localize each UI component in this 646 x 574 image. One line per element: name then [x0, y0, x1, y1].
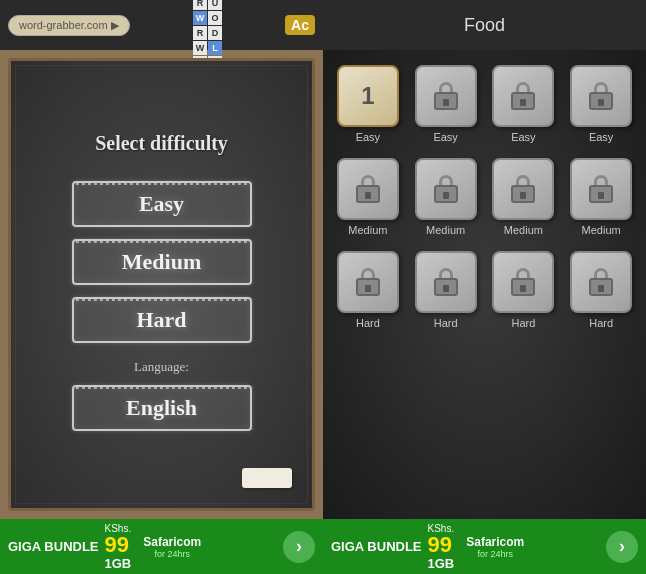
chalkboard: Select difficulty Easy Medium Hard Langu…: [8, 58, 315, 511]
level-box-m1: [337, 158, 399, 220]
lock-icon: [589, 82, 613, 110]
word-grabber-logo[interactable]: word-grabber.com ▶: [8, 15, 130, 36]
lock-icon: [434, 82, 458, 110]
level-4-hard[interactable]: Hard: [570, 251, 632, 329]
language-button[interactable]: English: [72, 385, 252, 431]
hard-row: Hard Hard Hard: [333, 251, 636, 329]
level-4-medium[interactable]: Medium: [570, 158, 632, 236]
lock-icon: [511, 268, 535, 296]
easy-row: 1 Easy Easy: [333, 65, 636, 143]
ad-subtext-left: for 24hrs: [155, 549, 191, 559]
level-box-h1: [337, 251, 399, 313]
level-box-3: [492, 65, 554, 127]
ad-giga-right: GIGA BUNDLE KShs. 99 1GB Safaricom for 2…: [331, 523, 596, 571]
level-grid: 1 Easy Easy: [323, 50, 646, 519]
ac-badge: Ac: [285, 15, 315, 35]
lock-icon: [511, 82, 535, 110]
medium-button[interactable]: Medium: [72, 239, 252, 285]
lock-icon: [356, 175, 380, 203]
language-label: Language:: [134, 359, 189, 375]
chalk-eraser: [242, 468, 292, 488]
ad-giga-left: GIGA BUNDLE KShs. 99 1GB Safaricom for 2…: [8, 523, 273, 571]
hard-button[interactable]: Hard: [72, 297, 252, 343]
right-ad[interactable]: GIGA BUNDLE KShs. 99 1GB Safaricom for 2…: [323, 519, 646, 574]
level-box-m2: [415, 158, 477, 220]
level-1-easy[interactable]: 1 Easy: [337, 65, 399, 143]
food-title: Food: [464, 15, 505, 36]
level-3-easy[interactable]: Easy: [492, 65, 554, 143]
level-3-medium[interactable]: Medium: [492, 158, 554, 236]
level-3-hard[interactable]: Hard: [492, 251, 554, 329]
left-ad[interactable]: GIGA BUNDLE KShs. 99 1GB Safaricom for 2…: [0, 519, 323, 574]
level-box-h2: [415, 251, 477, 313]
level-box-4: [570, 65, 632, 127]
level-2-hard[interactable]: Hard: [415, 251, 477, 329]
ad-price-left: KShs. 99 1GB: [105, 523, 132, 571]
level-box-m3: [492, 158, 554, 220]
level-box-1: 1: [337, 65, 399, 127]
level-box-m4: [570, 158, 632, 220]
level-4-easy[interactable]: Easy: [570, 65, 632, 143]
ad-giga-label: GIGA BUNDLE: [8, 539, 99, 555]
lock-icon: [589, 175, 613, 203]
ad-arrow-right[interactable]: ›: [606, 531, 638, 563]
right-panel: Food 1 Easy Easy: [323, 0, 646, 574]
easy-button[interactable]: Easy: [72, 181, 252, 227]
level-2-easy[interactable]: Easy: [415, 65, 477, 143]
ad-safaricom-left: Safaricom: [143, 535, 201, 549]
medium-row: Medium Medium Medium: [333, 158, 636, 236]
difficulty-title: Select difficulty: [95, 132, 228, 155]
ad-giga-label-right: GIGA BUNDLE: [331, 539, 422, 555]
ad-safaricom-right: Safaricom: [466, 535, 524, 549]
level-1-hard[interactable]: Hard: [337, 251, 399, 329]
ad-price-right: KShs. 99 1GB: [428, 523, 455, 571]
lock-icon: [356, 268, 380, 296]
lock-icon: [434, 175, 458, 203]
lock-icon: [511, 175, 535, 203]
left-panel: word-grabber.com ▶ A D R U W O R D W L E…: [0, 0, 323, 574]
level-box-2: [415, 65, 477, 127]
level-box-h3: [492, 251, 554, 313]
lock-icon: [434, 268, 458, 296]
lock-icon: [589, 268, 613, 296]
left-top-bar: word-grabber.com ▶ A D R U W O R D W L E…: [0, 0, 323, 50]
level-1-medium[interactable]: Medium: [337, 158, 399, 236]
ad-subtext-right: for 24hrs: [478, 549, 514, 559]
right-top-bar: Food: [323, 0, 646, 50]
level-2-medium[interactable]: Medium: [415, 158, 477, 236]
ad-arrow-left[interactable]: ›: [283, 531, 315, 563]
level-box-h4: [570, 251, 632, 313]
